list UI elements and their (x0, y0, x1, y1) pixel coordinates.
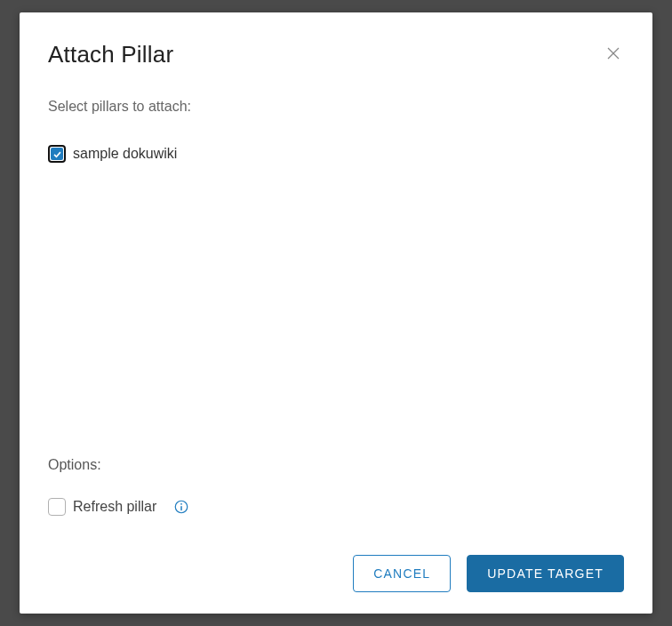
close-button[interactable] (603, 43, 624, 64)
pillar-label: sample dokuwiki (73, 146, 177, 162)
pillar-list: sample dokuwiki (48, 145, 624, 163)
svg-rect-4 (181, 506, 183, 510)
close-icon (605, 45, 621, 61)
options-label: Options: (48, 457, 624, 473)
refresh-pillar-label: Refresh pillar (73, 499, 156, 515)
modal-header: Attach Pillar (48, 37, 624, 68)
attach-pillar-modal: Attach Pillar Select pillars to attach: (20, 12, 652, 614)
option-row: Refresh pillar (48, 498, 624, 516)
info-button[interactable] (172, 498, 190, 516)
refresh-pillar-checkbox[interactable] (48, 498, 66, 516)
pillar-checkbox[interactable] (48, 145, 66, 163)
info-icon (173, 499, 189, 515)
pillar-item: sample dokuwiki (48, 145, 624, 163)
update-target-button[interactable]: UPDATE TARGET (467, 555, 624, 592)
checkmark-icon (52, 149, 62, 159)
svg-point-3 (180, 503, 182, 505)
cancel-button[interactable]: CANCEL (353, 555, 451, 592)
select-pillars-label: Select pillars to attach: (48, 99, 624, 115)
modal-backdrop: Attach Pillar Select pillars to attach: (0, 0, 672, 626)
modal-title: Attach Pillar (48, 41, 173, 68)
modal-footer: CANCEL UPDATE TARGET (48, 555, 624, 592)
